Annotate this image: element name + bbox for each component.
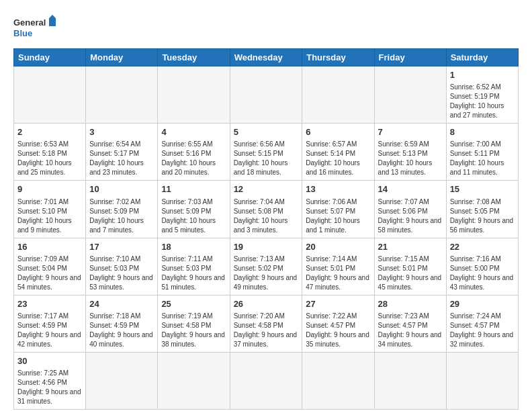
day-number: 25 [161, 298, 226, 310]
day-cell: 24Sunrise: 7:18 AM Sunset: 4:59 PM Dayli… [86, 295, 158, 352]
day-cell: 15Sunrise: 7:08 AM Sunset: 5:05 PM Dayli… [446, 181, 518, 238]
day-cell: 14Sunrise: 7:07 AM Sunset: 5:06 PM Dayli… [374, 181, 446, 238]
day-cell [158, 66, 230, 124]
day-cell [86, 352, 158, 409]
day-cell [374, 352, 446, 409]
day-cell: 6Sunrise: 6:57 AM Sunset: 5:14 PM Daylig… [302, 124, 374, 181]
day-info: Sunrise: 7:23 AM Sunset: 4:57 PM Dayligh… [378, 312, 442, 348]
day-cell: 9Sunrise: 7:01 AM Sunset: 5:10 PM Daylig… [14, 181, 86, 238]
svg-text:General: General [13, 17, 46, 28]
day-cell: 29Sunrise: 7:24 AM Sunset: 4:57 PM Dayli… [446, 295, 518, 352]
day-number: 15 [450, 183, 515, 195]
day-number: 8 [450, 126, 515, 138]
day-cell [230, 352, 302, 409]
day-cell: 1Sunrise: 6:52 AM Sunset: 5:19 PM Daylig… [446, 66, 518, 124]
logo: General Blue [13, 13, 60, 42]
day-cell: 21Sunrise: 7:15 AM Sunset: 5:01 PM Dayli… [374, 238, 446, 295]
day-cell [14, 66, 86, 124]
day-number: 6 [306, 126, 370, 138]
day-info: Sunrise: 7:25 AM Sunset: 4:56 PM Dayligh… [17, 369, 81, 405]
day-info: Sunrise: 6:54 AM Sunset: 5:17 PM Dayligh… [89, 140, 144, 176]
day-number: 12 [234, 183, 299, 195]
day-cell: 23Sunrise: 7:17 AM Sunset: 4:59 PM Dayli… [14, 295, 86, 352]
day-info: Sunrise: 7:17 AM Sunset: 4:59 PM Dayligh… [17, 312, 81, 348]
day-number: 26 [234, 298, 299, 310]
day-info: Sunrise: 6:57 AM Sunset: 5:14 PM Dayligh… [306, 140, 360, 176]
day-cell [86, 66, 158, 124]
day-cell: 3Sunrise: 6:54 AM Sunset: 5:17 PM Daylig… [86, 124, 158, 181]
day-cell: 19Sunrise: 7:13 AM Sunset: 5:02 PM Dayli… [230, 238, 302, 295]
day-number: 10 [89, 183, 154, 195]
day-info: Sunrise: 7:02 AM Sunset: 5:09 PM Dayligh… [89, 198, 144, 234]
day-number: 17 [89, 241, 154, 253]
day-number: 13 [306, 183, 370, 195]
day-cell [230, 66, 302, 124]
day-number: 11 [161, 183, 226, 195]
day-info: Sunrise: 7:06 AM Sunset: 5:07 PM Dayligh… [306, 198, 360, 234]
day-info: Sunrise: 6:52 AM Sunset: 5:19 PM Dayligh… [450, 83, 504, 119]
day-cell: 22Sunrise: 7:16 AM Sunset: 5:00 PM Dayli… [446, 238, 518, 295]
day-number: 20 [306, 241, 370, 253]
day-cell: 11Sunrise: 7:03 AM Sunset: 5:09 PM Dayli… [158, 181, 230, 238]
day-number: 9 [17, 183, 82, 195]
day-info: Sunrise: 7:22 AM Sunset: 4:57 PM Dayligh… [306, 312, 369, 348]
day-info: Sunrise: 7:15 AM Sunset: 5:01 PM Dayligh… [378, 255, 442, 291]
day-cell: 20Sunrise: 7:14 AM Sunset: 5:01 PM Dayli… [302, 238, 374, 295]
day-info: Sunrise: 7:13 AM Sunset: 5:02 PM Dayligh… [234, 255, 298, 291]
day-number: 30 [17, 355, 82, 367]
day-info: Sunrise: 7:14 AM Sunset: 5:01 PM Dayligh… [306, 255, 369, 291]
svg-marker-2 [46, 15, 59, 26]
day-info: Sunrise: 7:10 AM Sunset: 5:03 PM Dayligh… [89, 255, 153, 291]
day-number: 14 [378, 183, 443, 195]
day-info: Sunrise: 7:09 AM Sunset: 5:04 PM Dayligh… [17, 255, 81, 291]
day-info: Sunrise: 7:00 AM Sunset: 5:11 PM Dayligh… [450, 140, 504, 176]
day-number: 18 [161, 241, 226, 253]
logo-svg: General Blue [13, 13, 60, 42]
day-number: 4 [161, 126, 226, 138]
day-info: Sunrise: 7:04 AM Sunset: 5:08 PM Dayligh… [234, 198, 288, 234]
page-header: General Blue [13, 13, 519, 42]
day-info: Sunrise: 7:18 AM Sunset: 4:59 PM Dayligh… [89, 312, 153, 348]
day-number: 21 [378, 241, 443, 253]
day-cell: 30Sunrise: 7:25 AM Sunset: 4:56 PM Dayli… [14, 352, 86, 409]
day-number: 5 [234, 126, 299, 138]
day-info: Sunrise: 7:19 AM Sunset: 4:58 PM Dayligh… [161, 312, 225, 348]
weekday-tuesday: Tuesday [158, 49, 230, 66]
day-number: 3 [89, 126, 154, 138]
day-number: 29 [450, 298, 515, 310]
weekday-saturday: Saturday [446, 49, 518, 66]
svg-text:Blue: Blue [13, 28, 32, 38]
day-info: Sunrise: 6:59 AM Sunset: 5:13 PM Dayligh… [378, 140, 433, 176]
day-number: 22 [450, 241, 515, 253]
day-info: Sunrise: 7:20 AM Sunset: 4:58 PM Dayligh… [234, 312, 298, 348]
day-info: Sunrise: 6:55 AM Sunset: 5:16 PM Dayligh… [161, 140, 216, 176]
week-row-4: 16Sunrise: 7:09 AM Sunset: 5:04 PM Dayli… [14, 238, 519, 295]
day-info: Sunrise: 7:03 AM Sunset: 5:09 PM Dayligh… [161, 198, 216, 234]
day-number: 2 [17, 126, 82, 138]
day-info: Sunrise: 7:08 AM Sunset: 5:05 PM Dayligh… [450, 198, 514, 234]
week-row-3: 9Sunrise: 7:01 AM Sunset: 5:10 PM Daylig… [14, 181, 519, 238]
day-cell: 12Sunrise: 7:04 AM Sunset: 5:08 PM Dayli… [230, 181, 302, 238]
weekday-sunday: Sunday [14, 49, 86, 66]
day-info: Sunrise: 7:11 AM Sunset: 5:03 PM Dayligh… [161, 255, 225, 291]
day-cell: 17Sunrise: 7:10 AM Sunset: 5:03 PM Dayli… [86, 238, 158, 295]
day-cell [158, 352, 230, 409]
day-cell [446, 352, 518, 409]
day-cell: 8Sunrise: 7:00 AM Sunset: 5:11 PM Daylig… [446, 124, 518, 181]
day-info: Sunrise: 6:53 AM Sunset: 5:18 PM Dayligh… [17, 140, 72, 176]
day-number: 19 [234, 241, 299, 253]
day-info: Sunrise: 7:16 AM Sunset: 5:00 PM Dayligh… [450, 255, 514, 291]
day-cell: 5Sunrise: 6:56 AM Sunset: 5:15 PM Daylig… [230, 124, 302, 181]
day-number: 27 [306, 298, 370, 310]
day-info: Sunrise: 7:24 AM Sunset: 4:57 PM Dayligh… [450, 312, 514, 348]
weekday-monday: Monday [86, 49, 158, 66]
day-number: 23 [17, 298, 82, 310]
day-info: Sunrise: 7:01 AM Sunset: 5:10 PM Dayligh… [17, 198, 72, 234]
week-row-1: 1Sunrise: 6:52 AM Sunset: 5:19 PM Daylig… [14, 66, 519, 124]
weekday-header-row: SundayMondayTuesdayWednesdayThursdayFrid… [14, 49, 519, 66]
day-cell: 7Sunrise: 6:59 AM Sunset: 5:13 PM Daylig… [374, 124, 446, 181]
day-cell: 28Sunrise: 7:23 AM Sunset: 4:57 PM Dayli… [374, 295, 446, 352]
day-number: 16 [17, 241, 82, 253]
day-cell: 25Sunrise: 7:19 AM Sunset: 4:58 PM Dayli… [158, 295, 230, 352]
weekday-friday: Friday [374, 49, 446, 66]
